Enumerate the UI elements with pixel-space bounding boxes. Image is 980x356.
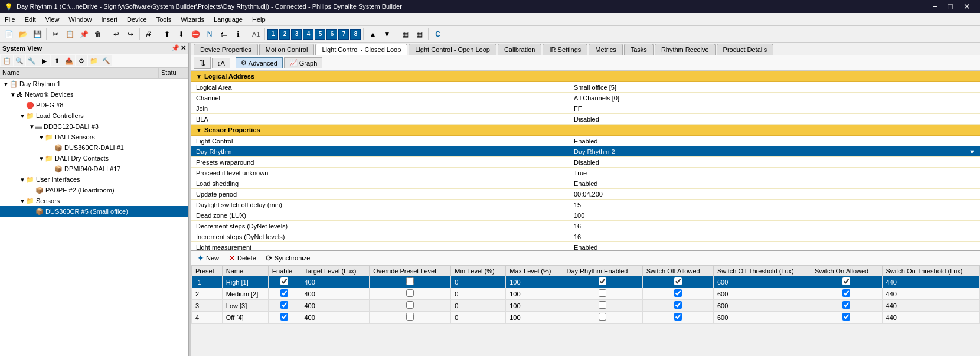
- day-rhythm-check[interactable]: [599, 277, 606, 285]
- tab-light-control-open[interactable]: Light Control - Open Loop: [409, 44, 496, 55]
- tree-item-padpe2[interactable]: ▶ 📦 PADPE #2 (Boardroom): [0, 185, 188, 195]
- tree-item-dayrhythm1[interactable]: ▼ 📋 Day Rhythm 1: [0, 79, 188, 89]
- minimize-button[interactable]: −: [927, 2, 942, 11]
- prop-decrement-steps-value[interactable]: 16: [569, 221, 980, 231]
- collapse-sensor[interactable]: ▼: [196, 127, 202, 133]
- table-row[interactable]: 2 Medium [2] 400 0 100 600: [192, 288, 980, 300]
- cell-day-rhythm4[interactable]: [563, 312, 642, 324]
- cell-sw-off-thresh3[interactable]: 600: [713, 300, 811, 312]
- cell-max[interactable]: 100: [506, 300, 563, 312]
- sv-btn1[interactable]: 📋: [1, 55, 13, 66]
- tb-del[interactable]: 🗑: [92, 28, 104, 41]
- prop-update-period-value[interactable]: 00:04.200: [569, 189, 980, 199]
- cell-min[interactable]: 0: [451, 300, 506, 312]
- cell-override[interactable]: [370, 276, 451, 288]
- cell-sw-off-allowed[interactable]: [642, 276, 713, 288]
- expand-networkdevices[interactable]: ▼: [9, 92, 17, 98]
- tb-num3[interactable]: 3: [291, 29, 302, 40]
- tb-upload[interactable]: ⬆: [161, 28, 174, 41]
- tb-save[interactable]: 💾: [31, 28, 44, 41]
- expand-dayrhythm1[interactable]: ▼: [2, 81, 9, 87]
- cell-sw-off-thresh2[interactable]: 600: [713, 288, 811, 300]
- tb-copy[interactable]: 📋: [63, 28, 76, 41]
- enable-check3[interactable]: [280, 301, 288, 309]
- tree-item-dalisensors[interactable]: ▼ 📁 DALI Sensors: [0, 132, 188, 142]
- cell-min[interactable]: 0: [451, 276, 506, 288]
- menu-file[interactable]: File: [0, 15, 20, 24]
- prop-presets-wraparound-value[interactable]: Disabled: [569, 157, 980, 167]
- sv-btn6[interactable]: 📤: [63, 55, 75, 66]
- menu-help[interactable]: Help: [247, 15, 270, 24]
- tb-num2[interactable]: 2: [279, 29, 290, 40]
- prop-logical-area-value[interactable]: Small office [5]: [569, 82, 980, 92]
- tb-info[interactable]: ℹ: [231, 28, 244, 41]
- tb-grid1[interactable]: ▦: [398, 28, 411, 41]
- cell-target[interactable]: 400: [300, 300, 370, 312]
- cell-max[interactable]: 100: [506, 288, 563, 300]
- cell-enable[interactable]: [268, 300, 300, 312]
- close-button[interactable]: ✕: [959, 2, 975, 11]
- tb-cut[interactable]: ✂: [49, 28, 62, 41]
- tree-item-dus360dali[interactable]: ▶ 📦 DUS360CR-DALI #1: [0, 142, 188, 153]
- tb-num5[interactable]: 5: [315, 29, 325, 40]
- sort-btn1[interactable]: ⇅: [194, 57, 211, 69]
- delete-btn[interactable]: ✕ Delete: [225, 252, 260, 264]
- expand-dalidry[interactable]: ▼: [38, 155, 45, 162]
- cell-max[interactable]: 100: [506, 276, 563, 288]
- cell-enable[interactable]: [268, 288, 300, 300]
- tab-product-details[interactable]: Product Details: [717, 44, 774, 55]
- sv-close-btn[interactable]: ✕: [181, 44, 186, 52]
- sw-off-allowed-check4[interactable]: [674, 313, 682, 321]
- tb-num6[interactable]: 6: [326, 29, 337, 40]
- tree-item-sensors[interactable]: ▼ 📁 Sensors: [0, 195, 188, 206]
- cell-override[interactable]: [370, 312, 451, 324]
- sv-btn4[interactable]: ▶: [38, 55, 50, 66]
- cell-sw-on-allowed2[interactable]: [811, 288, 882, 300]
- sv-btn8[interactable]: 📁: [88, 55, 100, 66]
- tb-new[interactable]: 📄: [2, 28, 15, 41]
- prop-proceed-level-value[interactable]: True: [569, 168, 980, 178]
- prop-daylight-delay-value[interactable]: 15: [569, 200, 980, 210]
- override-check3[interactable]: [406, 301, 414, 309]
- tb-download[interactable]: ⬇: [175, 28, 188, 41]
- cell-sw-off-allowed4[interactable]: [642, 312, 713, 324]
- tree-item-dpmi940[interactable]: ▶ 📦 DPMI940-DALI #17: [0, 164, 188, 174]
- cell-sw-off-thresh4[interactable]: 600: [713, 312, 811, 324]
- cell-min[interactable]: 0: [451, 312, 506, 324]
- day-rhythm-dropdown[interactable]: ▼: [969, 148, 975, 155]
- cell-target[interactable]: 400: [300, 276, 370, 288]
- menu-window[interactable]: Window: [64, 15, 96, 24]
- sv-pin-btn[interactable]: 📌: [171, 44, 179, 52]
- prop-dead-zone-value[interactable]: 100: [569, 210, 980, 220]
- tb-flag[interactable]: N: [203, 28, 216, 41]
- day-rhythm-check4[interactable]: [599, 313, 606, 321]
- menu-device[interactable]: Device: [122, 15, 152, 24]
- sw-on-allowed-check[interactable]: [842, 277, 850, 285]
- tb-open[interactable]: 📂: [17, 28, 30, 41]
- table-row[interactable]: 3 Low [3] 400 0 100 600: [192, 300, 980, 312]
- menu-tools[interactable]: Tools: [152, 15, 177, 24]
- cell-max[interactable]: 100: [506, 312, 563, 324]
- cell-name[interactable]: Low [3]: [222, 300, 268, 312]
- tb-redo[interactable]: ↪: [124, 28, 137, 41]
- cell-name[interactable]: Off [4]: [222, 312, 268, 324]
- sw-off-allowed-check2[interactable]: [674, 289, 682, 297]
- cell-sw-on-allowed4[interactable]: [811, 312, 882, 324]
- cell-sw-on-thresh[interactable]: 440: [882, 276, 979, 288]
- menu-view[interactable]: View: [41, 15, 64, 24]
- prop-bla-value[interactable]: Disabled: [569, 114, 980, 124]
- cell-enable[interactable]: [268, 276, 300, 288]
- tb-tag[interactable]: 🏷: [217, 28, 230, 41]
- cell-day-rhythm[interactable]: [563, 276, 642, 288]
- tab-ir-settings[interactable]: IR Settings: [543, 44, 587, 55]
- table-row[interactable]: 1 High [1] 400 0 100 600: [192, 276, 980, 288]
- tb-grid2[interactable]: ▦: [413, 28, 426, 41]
- expand-userinterfaces[interactable]: ▼: [19, 177, 26, 183]
- expand-dalisensors[interactable]: ▼: [38, 134, 45, 141]
- day-rhythm-check2[interactable]: [599, 289, 606, 297]
- tb-num7[interactable]: 7: [338, 29, 349, 40]
- tree-item-ddbc120[interactable]: ▼ ▬ DDBC120-DALI #3: [0, 121, 188, 132]
- expand-loadcontrollers[interactable]: ▼: [19, 113, 26, 119]
- cell-sw-off-thresh[interactable]: 600: [713, 276, 811, 288]
- sv-btn2[interactable]: 🔍: [14, 55, 25, 66]
